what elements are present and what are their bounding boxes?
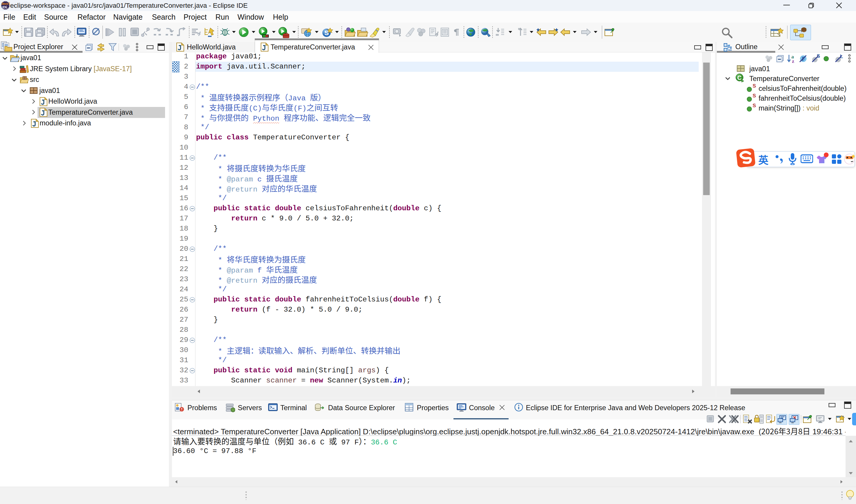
svg-text:Java EE: Java EE (1, 2, 10, 5)
svg-text:S: S (753, 93, 756, 98)
svg-text:S: S (753, 103, 756, 108)
svg-text:C: C (737, 74, 742, 81)
svg-text:IDE: IDE (2, 6, 7, 9)
svg-text:S: S (753, 83, 756, 89)
svg-text:z: z (792, 58, 794, 63)
